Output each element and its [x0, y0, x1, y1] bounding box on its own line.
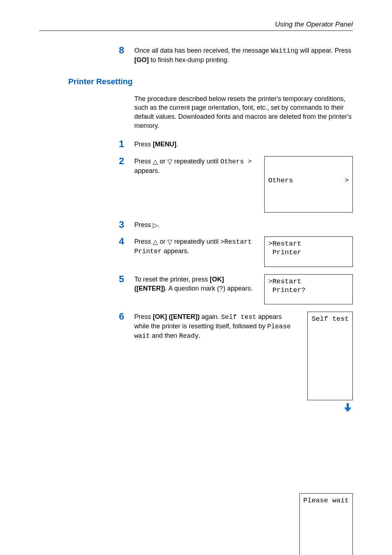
menu-others: Others >: [220, 158, 252, 165]
question-mark: ?: [219, 285, 223, 292]
step-text: To reset the printer, press [OK] ([ENTER…: [134, 274, 258, 293]
step-number: 1: [110, 139, 134, 149]
lcd-text-right: >: [345, 177, 349, 185]
step-text: Press [MENU].: [134, 139, 353, 149]
content: 8 Once all data has been received, the m…: [39, 45, 353, 555]
header-section-title: Using the Operator Panel: [275, 20, 353, 28]
msg-waiting: Waiting: [271, 47, 298, 54]
lcd-text: >Restart Printer?: [268, 278, 306, 294]
down-triangle-icon: ▽: [167, 238, 172, 246]
step-2: 2 Press △ or ▽ repeatedly until Others >…: [39, 156, 353, 212]
step-text: Press ▷.: [134, 220, 353, 230]
up-triangle-icon: △: [153, 238, 158, 246]
key-menu: [MENU]: [153, 141, 176, 148]
step-text: Press △ or ▽ repeatedly until >Restart P…: [134, 236, 258, 256]
lcd-display-please-wait: Please wait: [299, 493, 353, 555]
key-ok-enter: [OK] ([ENTER]): [153, 313, 200, 320]
lcd-text: Please wait: [303, 497, 349, 505]
section-title: Printer Resetting: [68, 77, 353, 86]
step-text: Press △ or ▽ repeatedly until Others > a…: [134, 156, 258, 175]
arrow-down-icon: [343, 400, 353, 493]
page-header: Using the Operator Panel: [39, 20, 353, 31]
lcd-display-others: Others >: [264, 156, 353, 212]
step-number: 2: [110, 156, 134, 166]
key-go: [GO]: [134, 56, 149, 64]
lcd-display-self-test: Self test: [307, 312, 353, 400]
lcd-text: >Restart Printer: [268, 240, 301, 256]
right-triangle-icon: ▷: [153, 222, 158, 229]
down-triangle-icon: ▽: [167, 158, 172, 165]
step-5: 5 To reset the printer, press [OK] ([ENT…: [39, 274, 353, 305]
step-8: 8 Once all data has been received, the m…: [39, 45, 353, 65]
step-1: 1 Press [MENU].: [39, 139, 353, 149]
step-number: 4: [110, 236, 134, 246]
step-number: 5: [110, 274, 134, 284]
up-triangle-icon: △: [153, 158, 158, 165]
msg-ready: Ready: [179, 332, 199, 340]
step-number: 8: [110, 45, 134, 55]
step-text: Press [OK] ([ENTER]) again. Self test ap…: [134, 312, 293, 340]
step-4: 4 Press △ or ▽ repeatedly until >Restart…: [39, 236, 353, 267]
lcd-text-left: Others: [268, 177, 293, 185]
msg-self-test: Self test: [221, 313, 256, 321]
lcd-display-restart-printer-confirm: >Restart Printer?: [264, 274, 353, 305]
step-text: Once all data has been received, the mes…: [134, 45, 353, 65]
page: Using the Operator Panel 8 Once all data…: [0, 0, 392, 555]
step-3: 3 Press ▷.: [39, 220, 353, 230]
lcd-display-restart-printer: >Restart Printer: [264, 236, 353, 267]
lcd-text: Self test: [311, 315, 349, 323]
intro-paragraph: The procedure described below resets the…: [134, 94, 353, 130]
step-6: 6 Press [OK] ([ENTER]) again. Self test …: [39, 312, 353, 555]
step-number: 6: [110, 312, 134, 321]
step-number: 3: [110, 220, 134, 229]
lcd-sequence: Self test Please wait Ready: [299, 312, 353, 555]
